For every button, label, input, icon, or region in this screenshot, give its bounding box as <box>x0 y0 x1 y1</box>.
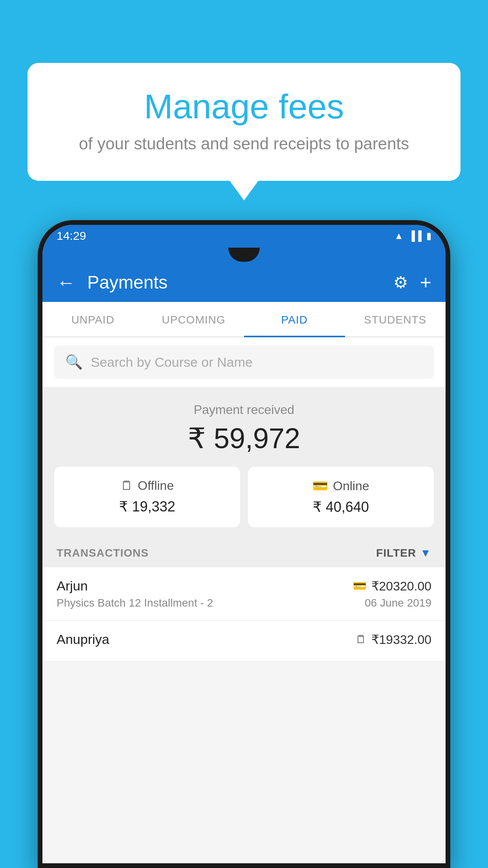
wifi-icon: ▲ <box>394 230 404 241</box>
card-payment-icon: 💳 <box>353 579 367 592</box>
transaction-row-1[interactable]: Arjun 💳 ₹20320.00 Physics Batch 12 Insta… <box>42 567 446 621</box>
speech-bubble-subtitle: of your students and send receipts to pa… <box>47 134 441 153</box>
filter-label: FILTER <box>376 547 416 559</box>
payment-summary: Payment received ₹ 59,972 🗒 Offline ₹ 19… <box>42 387 446 539</box>
tab-paid[interactable]: PAID <box>244 302 345 337</box>
page-title: Payments <box>87 272 382 293</box>
payment-total: ₹ 59,972 <box>54 422 434 455</box>
search-bar[interactable]: 🔍 Search by Course or Name <box>54 345 434 379</box>
search-input[interactable]: Search by Course or Name <box>91 355 253 370</box>
online-label: Online <box>333 479 369 493</box>
tab-upcoming[interactable]: UPCOMING <box>143 302 244 337</box>
back-button[interactable]: ← <box>57 272 75 293</box>
transaction-row-2[interactable]: Anupriya 🗒 ₹19332.00 <box>42 621 446 662</box>
transaction-amount-value-2: ₹19332.00 <box>371 632 431 647</box>
offline-amount: ₹ 19,332 <box>119 498 175 515</box>
add-button[interactable]: + <box>420 271 431 294</box>
rupee-payment-icon: 🗒 <box>356 633 367 646</box>
tab-students[interactable]: STUDENTS <box>345 302 446 337</box>
filter-button[interactable]: FILTER ▼ <box>376 547 431 559</box>
transaction-name-1: Arjun <box>57 578 88 594</box>
transaction-amount-value-1: ₹20320.00 <box>371 579 431 594</box>
offline-card: 🗒 Offline ₹ 19,332 <box>54 467 240 527</box>
online-icon: 💳 <box>312 478 328 493</box>
transaction-amount-2: 🗒 ₹19332.00 <box>356 632 431 647</box>
notch <box>228 248 260 262</box>
speech-bubble-title: Manage fees <box>47 86 441 127</box>
app-header: ← Payments ⚙ + <box>42 263 446 302</box>
tab-unpaid[interactable]: UNPAID <box>42 302 143 337</box>
search-icon: 🔍 <box>65 354 83 370</box>
transactions-header: TRANSACTIONS FILTER ▼ <box>42 539 446 567</box>
gear-icon[interactable]: ⚙ <box>393 273 408 292</box>
filter-icon: ▼ <box>420 547 431 559</box>
transactions-label: TRANSACTIONS <box>57 547 149 559</box>
status-time: 14:29 <box>57 229 86 243</box>
speech-bubble: Manage fees of your students and send re… <box>28 63 460 181</box>
transaction-date-1: 06 June 2019 <box>365 597 431 609</box>
signal-icon: ▐▐ <box>408 230 422 241</box>
search-container: 🔍 Search by Course or Name <box>42 337 446 387</box>
status-bar: 14:29 ▲ ▐▐ ▮ <box>42 225 446 247</box>
payment-received-label: Payment received <box>54 403 434 417</box>
payment-cards: 🗒 Offline ₹ 19,332 💳 Online ₹ 40,640 <box>54 467 434 527</box>
transaction-amount-1: 💳 ₹20320.00 <box>353 579 431 594</box>
transaction-course-1: Physics Batch 12 Installment - 2 <box>57 597 213 609</box>
tabs: UNPAID UPCOMING PAID STUDENTS <box>42 302 446 337</box>
transaction-name-2: Anupriya <box>57 632 109 647</box>
battery-icon: ▮ <box>426 230 431 241</box>
online-card: 💳 Online ₹ 40,640 <box>248 467 434 527</box>
offline-icon: 🗒 <box>121 478 133 493</box>
online-amount: ₹ 40,640 <box>313 499 369 515</box>
phone-screen: 14:29 ▲ ▐▐ ▮ ← Payments ⚙ + UNPAID UPCOM… <box>42 225 446 863</box>
status-icons: ▲ ▐▐ ▮ <box>394 230 431 241</box>
offline-label: Offline <box>138 478 174 493</box>
notch-area <box>42 247 446 263</box>
phone-mockup: 14:29 ▲ ▐▐ ▮ ← Payments ⚙ + UNPAID UPCOM… <box>38 220 450 868</box>
